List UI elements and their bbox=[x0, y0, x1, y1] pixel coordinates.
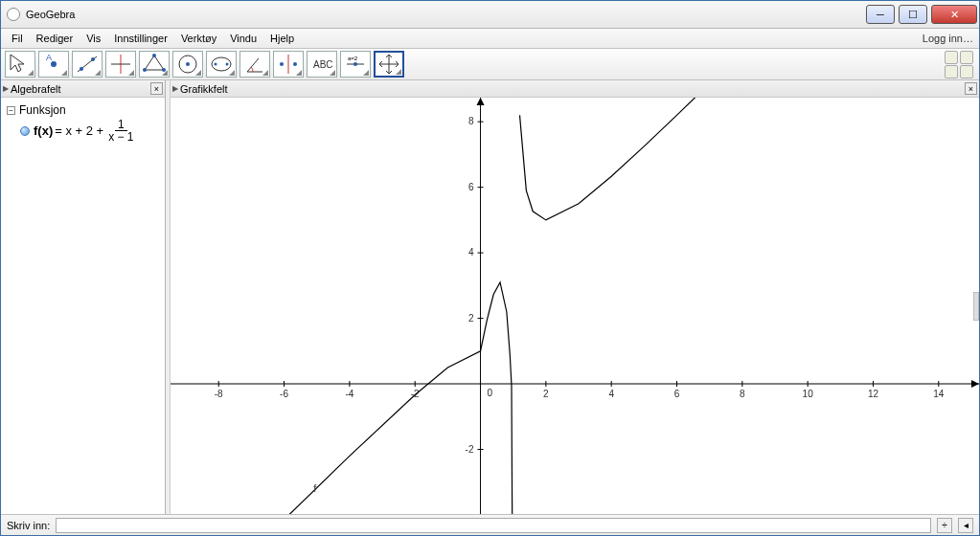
svg-point-10 bbox=[143, 68, 147, 72]
undo-icon[interactable] bbox=[945, 51, 958, 64]
perpendicular-tool[interactable] bbox=[105, 51, 136, 78]
svg-point-8 bbox=[152, 54, 156, 57]
toolbar: AABCa=2 bbox=[1, 49, 979, 80]
svg-text:6: 6 bbox=[674, 389, 680, 399]
svg-point-17 bbox=[280, 62, 284, 66]
menubar: FilRedigerVisInnstillingerVerktøyVinduHj… bbox=[1, 29, 979, 49]
graphics-panel: ▶Grafikkfelt × -8-6-4-22468101214-224680… bbox=[171, 80, 979, 514]
input-label: Skriv inn: bbox=[7, 520, 50, 531]
visibility-dot-icon[interactable] bbox=[20, 126, 30, 136]
svg-marker-24 bbox=[971, 380, 979, 388]
svg-point-22 bbox=[353, 62, 357, 66]
menu-vis[interactable]: Vis bbox=[81, 31, 105, 46]
svg-text:2: 2 bbox=[468, 313, 474, 324]
circle-tool[interactable] bbox=[172, 51, 203, 78]
workspace: ▶Algebrafelt × − Funksjon f(x) = x + 2 +… bbox=[1, 80, 979, 514]
function-expression[interactable]: f(x) = x + 2 + 1 x − 1 bbox=[34, 119, 135, 143]
ellipse-tool[interactable] bbox=[206, 51, 237, 78]
polygon-tool[interactable] bbox=[139, 51, 170, 78]
app-window: GeoGebra ─ ☐ ✕ FilRedigerVisInnstillinge… bbox=[0, 0, 980, 536]
slider-tool[interactable]: a=2 bbox=[340, 51, 371, 78]
maximize-button[interactable]: ☐ bbox=[899, 5, 927, 24]
svg-point-12 bbox=[186, 62, 190, 66]
svg-text:a=2: a=2 bbox=[348, 56, 358, 61]
svg-text:8: 8 bbox=[740, 389, 745, 399]
svg-text:12: 12 bbox=[868, 389, 879, 399]
menu-rediger[interactable]: Rediger bbox=[32, 31, 79, 46]
svg-point-18 bbox=[293, 62, 297, 66]
svg-point-14 bbox=[215, 63, 217, 66]
svg-marker-7 bbox=[145, 56, 164, 70]
login-link[interactable]: Logg inn… bbox=[923, 33, 973, 44]
svg-marker-26 bbox=[477, 98, 485, 105]
symbols-dropdown-button[interactable]: ÷ bbox=[937, 518, 952, 533]
svg-point-9 bbox=[162, 68, 166, 72]
help-icon[interactable] bbox=[945, 65, 958, 78]
menu-fil[interactable]: Fil bbox=[7, 31, 28, 46]
svg-text:14: 14 bbox=[933, 389, 945, 399]
menu-innstillinger[interactable]: Innstillinger bbox=[109, 31, 172, 46]
input-bar: Skriv inn: ÷ ◂ bbox=[1, 514, 979, 535]
svg-text:-8: -8 bbox=[215, 389, 223, 399]
redo-icon[interactable] bbox=[960, 51, 973, 64]
graphics-title: Grafikkfelt bbox=[180, 83, 228, 95]
svg-text:4: 4 bbox=[468, 247, 474, 257]
algebra-title: Algebrafelt bbox=[11, 83, 61, 95]
expand-icon[interactable]: ▶ bbox=[172, 84, 178, 93]
settings-gear-icon[interactable] bbox=[960, 65, 973, 78]
point-tool[interactable]: A bbox=[38, 51, 69, 78]
svg-point-15 bbox=[226, 63, 229, 66]
svg-text:8: 8 bbox=[468, 116, 474, 126]
minimize-button[interactable]: ─ bbox=[866, 5, 895, 24]
svg-text:2: 2 bbox=[543, 389, 549, 399]
titlebar: GeoGebra ─ ☐ ✕ bbox=[1, 1, 979, 29]
move-view-tool[interactable] bbox=[374, 51, 404, 78]
input-help-button[interactable]: ◂ bbox=[958, 518, 973, 533]
line-tool[interactable] bbox=[72, 51, 103, 78]
side-grip-icon[interactable] bbox=[973, 292, 979, 321]
svg-text:6: 6 bbox=[468, 182, 474, 192]
angle-tool[interactable] bbox=[239, 51, 270, 78]
close-button[interactable]: ✕ bbox=[931, 5, 977, 24]
reflect-tool[interactable] bbox=[273, 51, 304, 78]
svg-text:-4: -4 bbox=[345, 389, 353, 399]
text-tool[interactable]: ABC bbox=[307, 51, 337, 78]
move-tool[interactable] bbox=[5, 51, 35, 78]
expand-icon[interactable]: ▶ bbox=[3, 84, 9, 93]
svg-text:ABC: ABC bbox=[313, 59, 333, 70]
menu-hjelp[interactable]: Hjelp bbox=[265, 31, 299, 46]
svg-text:10: 10 bbox=[803, 389, 814, 399]
svg-text:4: 4 bbox=[608, 389, 614, 399]
command-input[interactable] bbox=[56, 518, 931, 533]
plot-area[interactable]: -8-6-4-22468101214-224680f bbox=[171, 98, 979, 514]
svg-text:-6: -6 bbox=[280, 389, 288, 399]
menu-vindu[interactable]: Vindu bbox=[225, 31, 262, 46]
close-graphics-button[interactable]: × bbox=[965, 82, 977, 95]
app-logo-icon bbox=[7, 8, 20, 21]
close-algebra-button[interactable]: × bbox=[150, 82, 163, 95]
svg-text:A: A bbox=[46, 53, 52, 62]
svg-point-4 bbox=[91, 57, 95, 61]
algebra-panel: ▶Algebrafelt × − Funksjon f(x) = x + 2 +… bbox=[1, 80, 166, 514]
svg-point-3 bbox=[80, 67, 83, 71]
svg-text:0: 0 bbox=[488, 388, 493, 398]
category-label: Funksjon bbox=[19, 103, 66, 117]
app-title: GeoGebra bbox=[26, 9, 75, 20]
menu-verktøy[interactable]: Verktøy bbox=[176, 31, 221, 46]
collapse-icon[interactable]: − bbox=[7, 106, 15, 115]
svg-text:-2: -2 bbox=[466, 444, 474, 455]
